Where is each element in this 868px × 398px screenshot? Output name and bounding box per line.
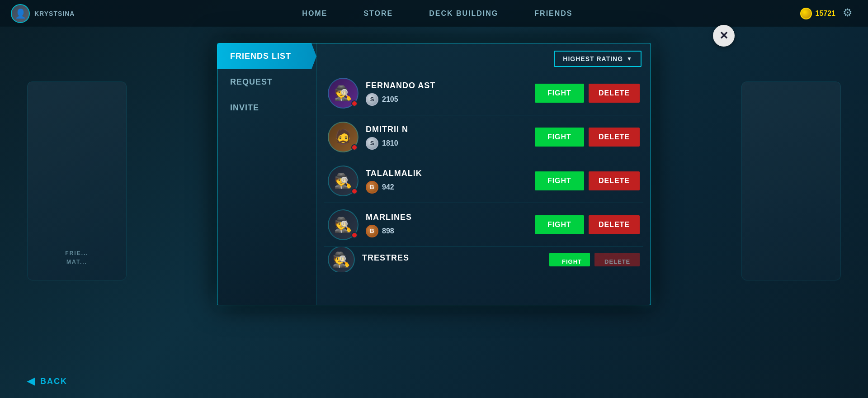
fight-button[interactable]: FIGHT (549, 253, 590, 266)
table-row: 🕵️ TALALMALIK B 942 FIGHT DELETE (324, 159, 643, 203)
close-button[interactable]: ✕ (713, 25, 735, 47)
friend-rating: S 1810 (366, 137, 528, 150)
rating-number: 1810 (382, 139, 398, 147)
online-status-dot (351, 100, 358, 107)
friend-actions: FIGHT DELETE (549, 253, 640, 266)
delete-button[interactable]: DELETE (589, 128, 640, 147)
sidebar-item-request[interactable]: REQUEST (217, 69, 316, 95)
friend-avatar-wrap: 🕵️ (328, 166, 359, 196)
table-row: 🕵️ TRESTRES FIGHT DELETE (324, 247, 643, 272)
delete-button[interactable]: DELETE (589, 215, 640, 234)
fight-button[interactable]: FIGHT (535, 171, 584, 190)
friend-name: TALALMALIK (366, 169, 528, 178)
online-status-dot (351, 232, 358, 238)
friend-name: MARLINES (366, 213, 528, 222)
nav-username: KRYSTSINA (34, 10, 75, 17)
sort-button[interactable]: HIGHEST RATING ▼ (554, 51, 642, 67)
friend-name: TRESTRES (362, 253, 542, 263)
friend-info: DMITRII N S 1810 (366, 125, 528, 150)
online-status-dot (351, 144, 358, 151)
rating-badge: B (366, 181, 378, 194)
sidebar-item-friends-list[interactable]: FRIENDS LIST (217, 43, 316, 69)
friends-list[interactable]: 🕵️ FERNANDO AST S 2105 FIGHT DELETE (317, 71, 651, 305)
friends-dialog: FRIENDS LIST REQUEST INVITE HIGHEST RATI… (217, 43, 651, 305)
fight-button[interactable]: FIGHT (535, 84, 584, 103)
friend-rating: S 2105 (366, 93, 528, 106)
fight-button[interactable]: FIGHT (535, 215, 584, 234)
nav-user: 👤 KRYSTSINA (11, 4, 75, 23)
bg-card-right (741, 81, 841, 280)
main-panel: HIGHEST RATING ▼ 🕵️ FERNANDO AST S 2105 (317, 43, 651, 305)
back-button[interactable]: ◀ BACK (27, 375, 67, 387)
coin-amount: 15721 (816, 9, 836, 18)
coin-display: 15721 (800, 8, 836, 19)
avatar: 👤 (11, 4, 30, 23)
sidebar-item-invite[interactable]: INVITE (217, 95, 316, 121)
nav-store[interactable]: STORE (363, 9, 393, 18)
nav-friends[interactable]: FRIENDS (534, 9, 572, 18)
delete-button[interactable]: DELETE (594, 253, 640, 266)
nav-links: HOME STORE DECK BUILDING FRIENDS (75, 9, 800, 18)
nav-right: 15721 ⚙ (800, 6, 858, 21)
friend-actions: FIGHT DELETE (535, 128, 640, 147)
panel-header: HIGHEST RATING ▼ (317, 43, 651, 71)
online-status-dot (351, 188, 358, 194)
sort-label: HIGHEST RATING (563, 55, 623, 62)
delete-button[interactable]: DELETE (589, 171, 640, 190)
friend-actions: FIGHT DELETE (535, 84, 640, 103)
table-row: 🧔 DMITRII N S 1810 FIGHT DELETE (324, 115, 643, 159)
rating-number: 2105 (382, 95, 398, 104)
rating-badge: S (366, 137, 378, 150)
friend-rating: B 898 (366, 225, 528, 237)
friend-info: TALALMALIK B 942 (366, 169, 528, 194)
friend-avatar-wrap: 🕵️ (328, 209, 359, 240)
friend-avatar-wrap: 🧔 (328, 122, 359, 152)
topnav: 👤 KRYSTSINA HOME STORE DECK BUILDING FRI… (0, 0, 868, 27)
friend-info: TRESTRES (362, 253, 542, 265)
friend-rating: B 942 (366, 181, 528, 194)
friend-name: FERNANDO AST (366, 81, 528, 90)
table-row: 🕵️ FERNANDO AST S 2105 FIGHT DELETE (324, 71, 643, 115)
nav-home[interactable]: HOME (302, 9, 327, 18)
rating-number: 942 (382, 183, 394, 191)
bg-card-left: FRIE...MAT... (27, 81, 127, 280)
delete-button[interactable]: DELETE (589, 84, 640, 103)
bg-card-left-label: FRIE...MAT... (28, 249, 126, 266)
friend-avatar-wrap: 🕵️ (328, 247, 355, 272)
friend-avatar: 🕵️ (328, 247, 355, 272)
back-label: BACK (40, 377, 67, 386)
nav-deck-building[interactable]: DECK BUILDING (429, 9, 498, 18)
friend-info: MARLINES B 898 (366, 213, 528, 237)
back-arrow-icon: ◀ (27, 375, 36, 387)
sidebar: FRIENDS LIST REQUEST INVITE (217, 43, 317, 305)
coin-icon (800, 8, 812, 19)
friend-actions: FIGHT DELETE (535, 215, 640, 234)
rating-badge: B (366, 225, 378, 237)
friend-avatar-wrap: 🕵️ (328, 78, 359, 109)
fight-button[interactable]: FIGHT (535, 128, 584, 147)
rating-badge: S (366, 93, 378, 106)
chevron-down-icon: ▼ (627, 56, 632, 62)
table-row: 🕵️ MARLINES B 898 FIGHT DELETE (324, 203, 643, 247)
friend-name: DMITRII N (366, 125, 528, 134)
rating-number: 898 (382, 227, 394, 235)
friend-actions: FIGHT DELETE (535, 171, 640, 190)
settings-icon[interactable]: ⚙ (843, 6, 857, 21)
friend-info: FERNANDO AST S 2105 (366, 81, 528, 106)
